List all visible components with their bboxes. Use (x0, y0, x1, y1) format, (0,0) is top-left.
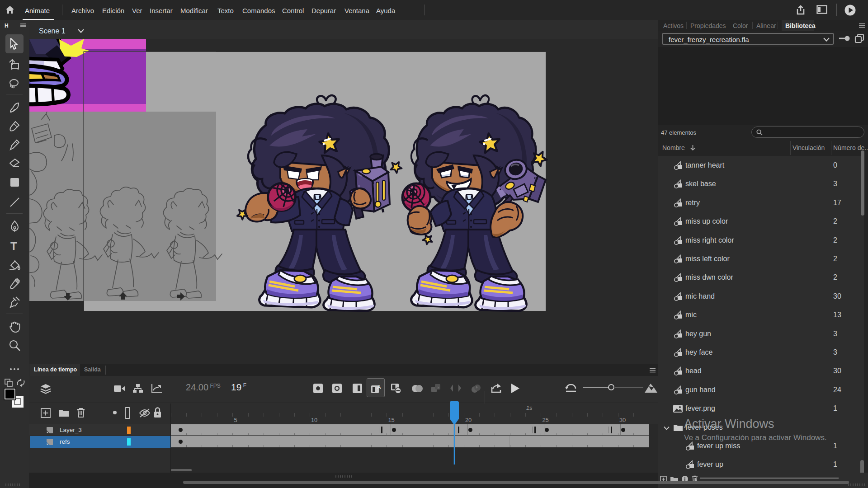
svg-text:A: A (377, 384, 381, 390)
